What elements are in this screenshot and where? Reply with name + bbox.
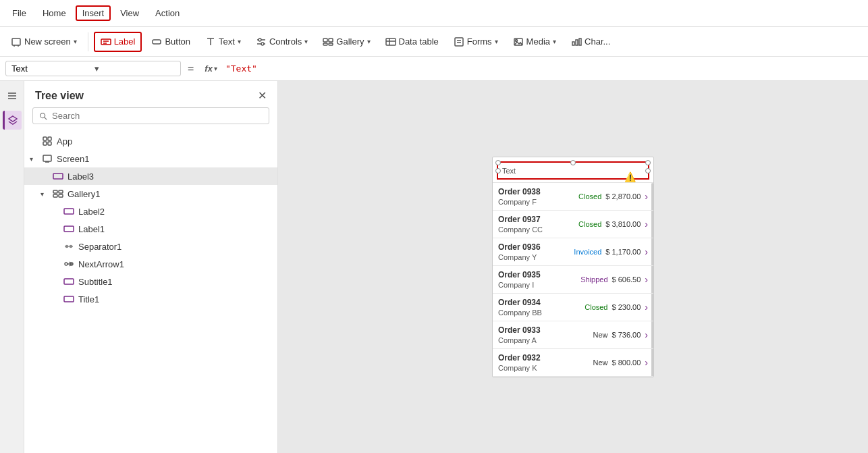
sidebar-menu-button[interactable] bbox=[3, 86, 22, 105]
app-icon bbox=[42, 136, 53, 146]
item-0935-company: Company I bbox=[498, 281, 541, 289]
label2-icon bbox=[63, 206, 74, 217]
menu-home[interactable]: Home bbox=[36, 5, 73, 21]
item-0934-title: Order 0934 bbox=[498, 298, 542, 307]
handle-mr[interactable] bbox=[645, 168, 651, 174]
handle-tl[interactable] bbox=[495, 160, 501, 165]
tree-item-separator1[interactable]: Separator1 bbox=[24, 238, 277, 255]
separator1-label: Separator1 bbox=[78, 242, 121, 252]
gallery-item-0938[interactable]: Order 0938 Company F Closed $ 2,870.00 › bbox=[493, 183, 653, 211]
new-screen-button[interactable]: New screen ▾ bbox=[5, 33, 82, 51]
forms-icon bbox=[454, 36, 464, 47]
text-chevron: ▾ bbox=[238, 38, 241, 45]
tree-item-label3[interactable]: Label3 bbox=[24, 167, 277, 185]
handle-ml[interactable] bbox=[495, 168, 501, 174]
handle-tm[interactable] bbox=[570, 160, 576, 165]
tree-item-gallery1[interactable]: ▾ Gallery1 bbox=[24, 185, 277, 203]
svg-rect-41 bbox=[53, 190, 57, 193]
item-0936-status: Invoiced bbox=[574, 248, 601, 256]
tree-item-screen1[interactable]: ▾ Screen1 bbox=[24, 150, 277, 167]
gallery-item-0932[interactable]: Order 0932 Company K New $ 800.00 › bbox=[493, 349, 653, 377]
item-0935-amount: $ 606.50 bbox=[612, 275, 641, 284]
tree-item-nextarrow1[interactable]: NextArrow1 bbox=[24, 255, 277, 273]
app-preview: Text ⚠️ Order 0938 Company F Closed $ 2,… bbox=[492, 157, 654, 377]
app-label: App bbox=[57, 136, 72, 146]
menu-file[interactable]: File bbox=[5, 5, 33, 21]
svg-rect-53 bbox=[64, 279, 74, 284]
menubar: File Home Insert View Action bbox=[0, 0, 868, 27]
title1-label: Title1 bbox=[78, 294, 99, 304]
tree-item-app[interactable]: App bbox=[24, 132, 277, 150]
gallery-item-0935[interactable]: Order 0935 Company I Shipped $ 606.50 › bbox=[493, 266, 653, 294]
property-label: Text bbox=[11, 63, 92, 74]
main-area: Tree view ✕ bbox=[0, 81, 868, 453]
menu-action[interactable]: Action bbox=[148, 5, 186, 21]
nextarrow1-icon bbox=[63, 259, 74, 269]
svg-rect-3 bbox=[101, 39, 111, 45]
tree-item-title1[interactable]: Title1 bbox=[24, 290, 277, 308]
formula-bar: Text ▾ = fx ▾ "Text" bbox=[0, 57, 868, 81]
search-box[interactable] bbox=[32, 107, 269, 124]
svg-rect-43 bbox=[53, 194, 57, 197]
equals-sign: = bbox=[185, 63, 196, 75]
tree-item-label2[interactable]: Label2 bbox=[24, 203, 277, 220]
screen1-icon bbox=[42, 153, 53, 164]
svg-rect-13 bbox=[323, 38, 327, 42]
item-0937-title: Order 0937 bbox=[498, 215, 543, 224]
canvas-area[interactable]: Text ⚠️ Order 0938 Company F Closed $ 2,… bbox=[278, 81, 868, 453]
item-0932-status: New bbox=[593, 358, 607, 367]
search-input[interactable] bbox=[52, 111, 263, 121]
tree-close-button[interactable]: ✕ bbox=[258, 89, 267, 102]
tree-item-label1[interactable]: Label1 bbox=[24, 220, 277, 238]
label3-icon bbox=[53, 171, 63, 182]
label3-text: Text bbox=[502, 167, 516, 175]
item-0935-status: Shipped bbox=[580, 275, 607, 284]
label3-selected-element[interactable]: Text ⚠️ bbox=[497, 161, 649, 180]
svg-rect-42 bbox=[59, 190, 63, 193]
sidebar-layers-button[interactable] bbox=[3, 111, 22, 130]
fx-button[interactable]: fx ▾ bbox=[200, 62, 221, 75]
label-button[interactable]: Label bbox=[94, 32, 142, 52]
sidebar-icons bbox=[0, 81, 24, 453]
media-chevron: ▾ bbox=[553, 38, 556, 45]
gallery-item-0936[interactable]: Order 0936 Company Y Invoiced $ 1,170.00… bbox=[493, 238, 653, 266]
gallery-item-0937[interactable]: Order 0937 Company CC Closed $ 3,810.00 … bbox=[493, 211, 653, 238]
nextarrow1-label: NextArrow1 bbox=[78, 259, 124, 269]
button-icon bbox=[151, 36, 162, 47]
menu-view[interactable]: View bbox=[113, 5, 146, 21]
button-button[interactable]: Button bbox=[146, 33, 196, 51]
gallery-button[interactable]: Gallery ▾ bbox=[317, 33, 375, 51]
formula-value[interactable]: "Text" bbox=[225, 63, 257, 74]
handle-tr[interactable] bbox=[645, 160, 651, 165]
svg-rect-44 bbox=[59, 194, 63, 197]
property-dropdown-chevron: ▾ bbox=[94, 63, 175, 74]
menu-insert[interactable]: Insert bbox=[76, 5, 111, 21]
title1-icon bbox=[63, 294, 74, 304]
svg-rect-27 bbox=[579, 38, 581, 45]
text-button[interactable]: Text ▾ bbox=[200, 33, 246, 51]
item-0938-amount: $ 2,870.00 bbox=[605, 192, 641, 201]
property-dropdown[interactable]: Text ▾ bbox=[5, 61, 181, 76]
svg-point-10 bbox=[259, 38, 261, 41]
svg-rect-17 bbox=[386, 38, 396, 45]
controls-icon bbox=[256, 36, 267, 47]
data-table-button[interactable]: Data table bbox=[380, 33, 444, 51]
label-icon bbox=[101, 36, 111, 47]
item-0932-title: Order 0932 bbox=[498, 353, 541, 363]
svg-rect-40 bbox=[53, 174, 63, 179]
item-0937-status: Closed bbox=[578, 220, 601, 228]
tree-header: Tree view ✕ bbox=[24, 81, 277, 107]
media-button[interactable]: Media ▾ bbox=[508, 33, 562, 51]
item-0932-arrow: › bbox=[645, 357, 648, 368]
tree-item-subtitle1[interactable]: Subtitle1 bbox=[24, 273, 277, 290]
chart-button[interactable]: Char... bbox=[566, 33, 616, 51]
svg-rect-35 bbox=[48, 137, 51, 140]
fx-chevron: ▾ bbox=[214, 65, 217, 72]
gallery-item-0934[interactable]: Order 0934 Company BB Closed $ 230.00 › bbox=[493, 294, 653, 321]
controls-button[interactable]: Controls ▾ bbox=[250, 33, 313, 51]
new-screen-icon bbox=[11, 36, 22, 47]
forms-button[interactable]: Forms ▾ bbox=[448, 33, 504, 51]
forms-chevron: ▾ bbox=[495, 38, 498, 45]
gallery-item-0933[interactable]: Order 0933 Company A New $ 736.00 › bbox=[493, 321, 653, 349]
gallery1-label: Gallery1 bbox=[67, 189, 100, 199]
